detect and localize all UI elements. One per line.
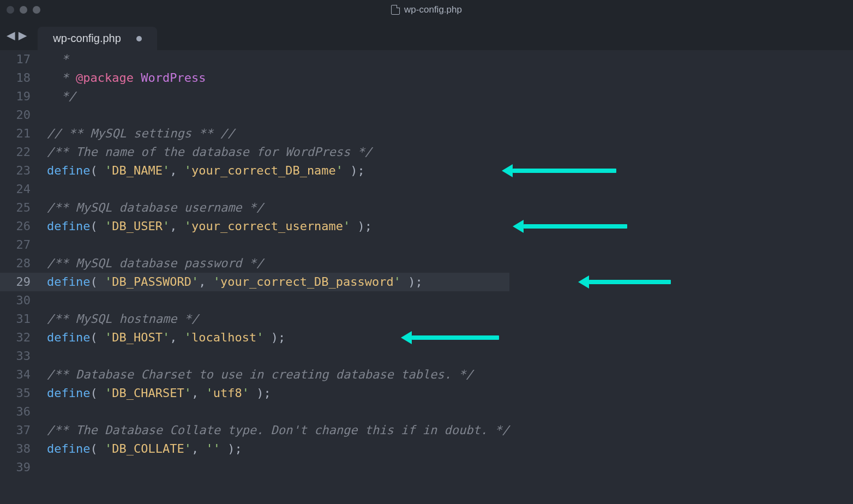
code-token: ': [206, 386, 213, 400]
annotation-arrow: [412, 335, 499, 340]
code-token: // ** MySQL settings ** //: [47, 127, 235, 140]
code-token: ,: [191, 386, 206, 400]
code-token: ': [105, 164, 112, 177]
code-line[interactable]: /** The Database Collate type. Don't cha…: [47, 421, 509, 440]
code-line[interactable]: /** MySQL database password */: [47, 254, 509, 273]
code-token: ': [394, 275, 401, 289]
line-number: 35: [0, 384, 31, 403]
code-token: );: [263, 331, 285, 344]
code-line[interactable]: [47, 180, 509, 199]
line-number: 38: [0, 440, 31, 458]
code-token: (: [90, 275, 105, 289]
code-line[interactable]: define( 'DB_USER', 'your_correct_usernam…: [47, 217, 509, 236]
code-token: your_correct_DB_name: [191, 164, 336, 177]
code-line[interactable]: // ** MySQL settings ** //: [47, 124, 509, 143]
tab-bar: ◀ ▶ wp-config.php: [0, 20, 853, 50]
code-token: DB_CHARSET: [112, 386, 184, 400]
code-token: );: [220, 442, 242, 455]
code-token: ': [163, 164, 170, 177]
code-line[interactable]: [47, 403, 509, 421]
line-number: 28: [0, 254, 31, 273]
nav-arrows: ◀ ▶: [7, 27, 27, 43]
line-number: 39: [0, 458, 31, 477]
code-token: [47, 52, 62, 66]
code-line[interactable]: [47, 236, 509, 254]
code-line[interactable]: define( 'DB_NAME', 'your_correct_DB_name…: [47, 161, 509, 180]
code-token: ': [184, 386, 191, 400]
code-token: /** Database Charset to use in creating …: [47, 368, 473, 381]
code-line[interactable]: [47, 291, 509, 310]
code-token: ,: [170, 164, 184, 177]
code-token: @package: [76, 71, 134, 85]
line-number: 25: [0, 199, 31, 217]
code-line[interactable]: /** MySQL database username */: [47, 199, 509, 217]
annotation-arrow: [524, 224, 627, 229]
line-number: 31: [0, 310, 31, 328]
code-token: ': [256, 331, 263, 344]
code-token: DB_NAME: [112, 164, 163, 177]
code-editor[interactable]: 1718192021222324252627282930313233343536…: [0, 50, 853, 477]
code-token: ': [213, 275, 220, 289]
line-number: 24: [0, 180, 31, 199]
code-token: [47, 71, 62, 85]
code-token: ': [343, 219, 350, 233]
file-icon: [391, 5, 400, 15]
unsaved-dot-icon: [136, 36, 142, 41]
code-token: ': [105, 442, 112, 455]
code-line[interactable]: [47, 106, 509, 124]
window-title: wp-config.php: [391, 4, 462, 15]
code-line[interactable]: /** The name of the database for WordPre…: [47, 143, 509, 161]
code-line[interactable]: /** Database Charset to use in creating …: [47, 365, 509, 384]
code-token: (: [90, 219, 105, 233]
code-line[interactable]: define( 'DB_PASSWORD', 'your_correct_DB_…: [47, 273, 509, 291]
line-number: 34: [0, 365, 31, 384]
nav-back-icon[interactable]: ◀: [7, 27, 15, 43]
code-token: ': [184, 219, 191, 233]
window-title-text: wp-config.php: [404, 4, 462, 15]
code-token: ': [105, 386, 112, 400]
code-token: /** MySQL database username */: [47, 201, 263, 214]
nav-forward-icon[interactable]: ▶: [19, 27, 27, 43]
code-token: );: [401, 275, 423, 289]
code-token: /** MySQL hostname */: [47, 312, 199, 326]
code-token: /** MySQL database password */: [47, 256, 263, 270]
line-number: 36: [0, 403, 31, 421]
code-token: WordPress: [134, 71, 206, 85]
code-token: ': [184, 442, 191, 455]
code-token: ': [191, 275, 199, 289]
code-token: define: [47, 164, 90, 177]
code-line[interactable]: [47, 347, 509, 365]
code-line[interactable]: * @package WordPress: [47, 69, 509, 87]
code-token: *: [62, 71, 76, 85]
code-line[interactable]: /** MySQL hostname */: [47, 310, 509, 328]
code-line[interactable]: [47, 458, 509, 477]
code-token: define: [47, 219, 90, 233]
code-token: /** The name of the database for WordPre…: [47, 145, 372, 159]
maximize-window-button[interactable]: [33, 6, 40, 14]
code-token: define: [47, 442, 90, 455]
code-token: DB_COLLATE: [112, 442, 184, 455]
code-token: ': [163, 219, 170, 233]
code-line[interactable]: *: [47, 50, 509, 69]
line-number: 22: [0, 143, 31, 161]
code-line[interactable]: define( 'DB_CHARSET', 'utf8' );: [47, 384, 509, 403]
traffic-lights[interactable]: [7, 6, 40, 14]
code-token: (: [90, 442, 105, 455]
line-number: 19: [0, 87, 31, 106]
code-line[interactable]: define( 'DB_COLLATE', '' );: [47, 440, 509, 458]
line-number: 23: [0, 161, 31, 180]
code-token: utf8: [213, 386, 242, 400]
line-number: 21: [0, 124, 31, 143]
code-token: define: [47, 386, 90, 400]
code-line[interactable]: */: [47, 87, 509, 106]
close-window-button[interactable]: [7, 6, 14, 14]
code-token: ': [206, 442, 213, 455]
code-token: );: [350, 219, 372, 233]
code-token: ': [336, 164, 343, 177]
minimize-window-button[interactable]: [20, 6, 27, 14]
line-number: 32: [0, 328, 31, 347]
tab-wp-config[interactable]: wp-config.php: [38, 27, 157, 50]
code-area[interactable]: * * @package WordPress */ // ** MySQL se…: [38, 50, 509, 477]
code-token: define: [47, 275, 90, 289]
annotation-arrow: [513, 169, 616, 173]
